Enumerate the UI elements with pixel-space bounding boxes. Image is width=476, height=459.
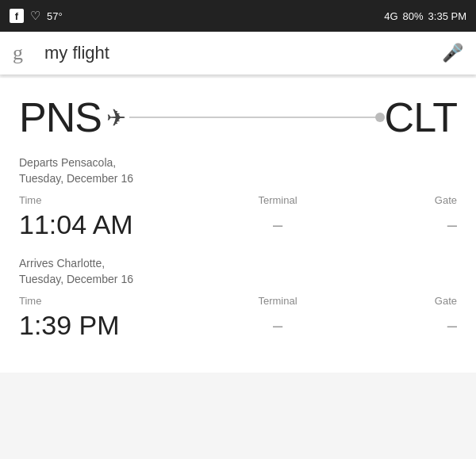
arrival-headers: Time Terminal Gate <box>19 295 457 307</box>
status-right: 4G 80% 3:35 PM <box>384 10 466 22</box>
departure-gate-header: Gate <box>393 194 457 206</box>
departure-time-value: 11:04 AM <box>19 209 162 240</box>
flight-card: PNS ✈ CLT Departs Pensacola, Tuesday, De… <box>0 78 476 373</box>
search-bar: g 🎤 <box>0 32 476 75</box>
departure-values: 11:04 AM – – <box>19 209 457 240</box>
arrival-time-value: 1:39 PM <box>19 310 162 341</box>
status-bar: f ♡ 57° 4G 80% 3:35 PM <box>0 0 476 32</box>
temperature: 57° <box>47 10 63 22</box>
clock: 3:35 PM <box>428 10 466 22</box>
arrival-label: Arrives Charlotte, Tuesday, December 16 <box>19 256 457 287</box>
route-line <box>129 117 380 118</box>
arrival-values: 1:39 PM – – <box>19 310 457 341</box>
microphone-icon[interactable]: 🎤 <box>442 43 463 63</box>
arrival-time-header: Time <box>19 295 162 307</box>
departure-headers: Time Terminal Gate <box>19 194 457 206</box>
battery-level: 80% <box>403 10 424 22</box>
departure-terminal-header: Terminal <box>162 194 393 206</box>
arrival-gate-value: – <box>393 316 457 336</box>
google-g-icon: g <box>13 43 33 63</box>
departure-gate-value: – <box>393 215 457 235</box>
network-type: 4G <box>384 10 397 22</box>
arrival-terminal-header: Terminal <box>162 295 393 307</box>
flight-path: ✈ <box>106 104 380 132</box>
departure-time-header: Time <box>19 194 162 206</box>
airplane-icon: ✈ <box>106 104 126 132</box>
arrival-gate-header: Gate <box>393 295 457 307</box>
location-icon: ♡ <box>30 9 40 23</box>
search-input[interactable] <box>44 43 431 63</box>
departure-terminal-value: – <box>162 215 393 235</box>
route-dot <box>375 113 385 122</box>
route-row: PNS ✈ CLT <box>19 94 457 141</box>
status-left: f ♡ 57° <box>10 9 63 23</box>
destination-code: CLT <box>385 94 457 141</box>
departure-label: Departs Pensacola, Tuesday, December 16 <box>19 155 457 186</box>
origin-code: PNS <box>19 94 102 141</box>
facebook-icon: f <box>10 9 24 23</box>
arrival-terminal-value: – <box>162 316 393 336</box>
